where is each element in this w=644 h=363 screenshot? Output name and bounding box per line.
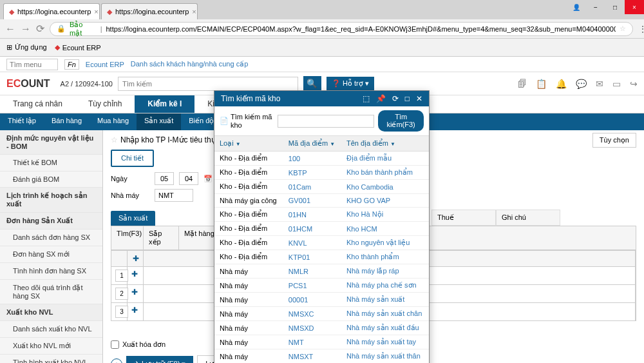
cell-code[interactable]: NMLR — [283, 264, 341, 279]
browser-tab-2[interactable]: ◆ https://logina.ecounterp × — [101, 3, 198, 19]
apps-bookmark[interactable]: ⊞ Ứng dụng — [6, 43, 47, 52]
cell-name[interactable]: Kho bán thành phẩm — [341, 166, 429, 180]
popout-icon[interactable]: ⬚ — [363, 94, 370, 103]
sidebar-item[interactable]: Đơn hàng Sản Xuất — [0, 213, 102, 230]
row-add-icon[interactable]: ✚ — [131, 270, 138, 279]
subtab-production[interactable]: Sản xuất — [137, 113, 181, 130]
maximize-icon[interactable]: □ — [405, 94, 410, 103]
sidebar-item[interactable]: Tình hình xuất kho NVL — [0, 355, 102, 363]
add-row-icon[interactable]: ✚ — [133, 254, 139, 263]
cell-code[interactable]: 100 — [283, 152, 341, 166]
table-row[interactable]: Kho - Địa điểmKBTPKho bán thành phẩm — [214, 166, 429, 180]
close-icon[interactable]: × — [94, 8, 98, 15]
factory-input[interactable] — [155, 189, 193, 202]
col-type[interactable]: Loại ▼ — [214, 136, 283, 152]
row-number[interactable]: 2 — [115, 288, 128, 300]
sidebar-item[interactable]: Xuất kho NVL mới — [0, 338, 102, 355]
minimize-button[interactable]: − — [586, 0, 605, 14]
back-button[interactable]: ← — [5, 23, 15, 35]
cell-name[interactable]: Kho nguyên vật liệu — [341, 236, 429, 250]
subtab-setup[interactable]: Thiết lập — [0, 113, 44, 130]
cell-code[interactable]: KNVL — [283, 236, 341, 250]
chrome-menu-icon[interactable]: ⋮ — [638, 24, 644, 34]
table-row[interactable]: Nhà máyNMSXDNhà máy sản xuất đầu — [214, 321, 429, 335]
pin-icon[interactable]: 📌 — [376, 94, 386, 103]
refresh-icon[interactable]: ⟳ — [392, 94, 399, 103]
cell-name[interactable]: KHO GO VAP — [341, 194, 429, 208]
grid-sort[interactable]: Sắp xếp — [144, 226, 179, 250]
options-button[interactable]: Tùy chọn — [592, 133, 636, 148]
menu-search-input[interactable] — [6, 59, 58, 70]
row-add-icon[interactable]: ✚ — [131, 306, 138, 315]
sidebar-item[interactable]: Lịch trình kế hoạch sản xuất — [0, 188, 102, 213]
sidebar-item[interactable]: Định mức nguyên vật liệu - BOM — [0, 130, 102, 155]
cell-code[interactable]: 01HN — [283, 208, 341, 222]
table-row[interactable]: Nhà máyNMLRNhà máy lắp ráp — [214, 264, 429, 279]
star-icon[interactable]: ☆ — [111, 135, 118, 144]
cell-code[interactable]: NMSXT — [283, 349, 341, 364]
sidebar-item[interactable]: Xuất kho NVL — [0, 304, 102, 321]
date-input-2[interactable] — [179, 172, 198, 185]
modal-search-input[interactable] — [278, 115, 374, 128]
cell-code[interactable]: NMSXD — [283, 321, 341, 335]
col-name[interactable]: Tên địa điểm ▼ — [341, 136, 429, 152]
cell-name[interactable]: Nhà máy sản xuất thân — [341, 349, 429, 364]
row-add-icon[interactable]: ✚ — [131, 288, 138, 297]
table-row[interactable]: Nhà máyNMTNhà máy sản xuất tay — [214, 335, 429, 349]
logout-icon[interactable]: ↪ — [630, 79, 638, 89]
cell-name[interactable]: Kho Hà Nội — [341, 208, 429, 222]
modal-search-button[interactable]: Tìm kiếm(F3) — [378, 110, 424, 132]
cell-name[interactable]: Kho Cambodia — [341, 180, 429, 194]
row-number[interactable]: 3 — [115, 306, 128, 318]
note-icon[interactable]: 🗐 — [518, 79, 527, 89]
production-tab[interactable]: Sản xuất — [111, 211, 155, 226]
tab-inventory1[interactable]: Kiểm kê I — [135, 95, 194, 113]
row-number[interactable]: 1 — [115, 270, 128, 282]
cell-code[interactable]: PCS1 — [283, 279, 341, 293]
tab-personal[interactable]: Trang cá nhân — [0, 95, 75, 113]
table-row[interactable]: Kho - Địa điểm100Địa điểm mẫu — [214, 152, 429, 166]
invoice-checkbox[interactable] — [111, 340, 119, 349]
subtab-purchase[interactable]: Mua hàng — [90, 113, 137, 130]
breadcrumb-ecount[interactable]: Ecount ERP — [86, 61, 124, 68]
close-window-button[interactable]: × — [625, 0, 644, 14]
cell-name[interactable]: Kho thành phẩm — [341, 250, 429, 264]
bookmark-star-icon[interactable]: ☆ — [620, 25, 626, 33]
cell-code[interactable]: 01HCM — [283, 222, 341, 236]
mail-icon[interactable]: ✉ — [596, 79, 603, 89]
save-button[interactable]: ✈ Lưu trữ (F8) ▾ — [126, 356, 193, 363]
fn-badge[interactable]: Fn — [64, 59, 79, 70]
date-input-1[interactable] — [155, 172, 174, 185]
detail-tab[interactable]: Chi tiết — [111, 150, 154, 167]
table-row[interactable]: Kho - Địa điểmKTP01Kho thành phẩm — [214, 250, 429, 264]
bell-icon[interactable]: 🔔 — [556, 79, 567, 89]
cell-code[interactable]: 01Cam — [283, 180, 341, 194]
browser-tab-1[interactable]: ◆ https://logina.ecounterp × — [3, 3, 100, 19]
msg-icon[interactable]: ▭ — [612, 79, 621, 89]
col-code[interactable]: Mã địa điểm ▼ — [283, 136, 341, 152]
cell-name[interactable]: Nhà máy sản xuất chân — [341, 307, 429, 321]
add-action-button[interactable]: + — [111, 358, 122, 364]
calendar-icon[interactable]: 📅 — [204, 175, 213, 183]
cell-name[interactable]: Địa điểm mẫu — [341, 152, 429, 166]
main-search-input[interactable] — [118, 77, 298, 91]
subtab-sales[interactable]: Bán hàng — [44, 113, 90, 130]
sidebar-item[interactable]: Danh sách đơn hàng SX — [0, 230, 102, 246]
sidebar-item[interactable]: Đơn hàng SX mới — [0, 246, 102, 263]
grid-find[interactable]: Tìm(F3) — [111, 226, 144, 250]
sidebar-item[interactable]: Theo dõi quá trình đặt hàng SX — [0, 280, 102, 304]
sidebar-item[interactable]: Đánh giá BOM — [0, 172, 102, 188]
table-row[interactable]: Nhà máyNMSXCNhà máy sản xuất chân — [214, 307, 429, 321]
cell-code[interactable]: KTP01 — [283, 250, 341, 264]
cell-code[interactable]: 00001 — [283, 293, 341, 307]
user-icon[interactable]: 👤 — [567, 0, 586, 14]
table-row[interactable]: Kho - Địa điểm01CamKho Cambodia — [214, 180, 429, 194]
ecount-bookmark[interactable]: ◆ Ecount ERP — [55, 43, 101, 52]
table-row[interactable]: Kho - Địa điểm01HNKho Hà Nội — [214, 208, 429, 222]
url-input[interactable]: 🔒 Bảo mật | https://logina.ecounterp.com… — [50, 22, 633, 36]
table-row[interactable]: Kho - Địa điểm01HCMKho HCM — [214, 222, 429, 236]
close-icon[interactable]: × — [192, 8, 196, 15]
breadcrumb-customers[interactable]: Danh sách khách hàng/nhà cung cấp — [131, 60, 249, 68]
cell-name[interactable]: Nhà máy pha chế sơn — [341, 279, 429, 293]
cell-name[interactable]: Nhà máy sản xuất tay — [341, 335, 429, 349]
